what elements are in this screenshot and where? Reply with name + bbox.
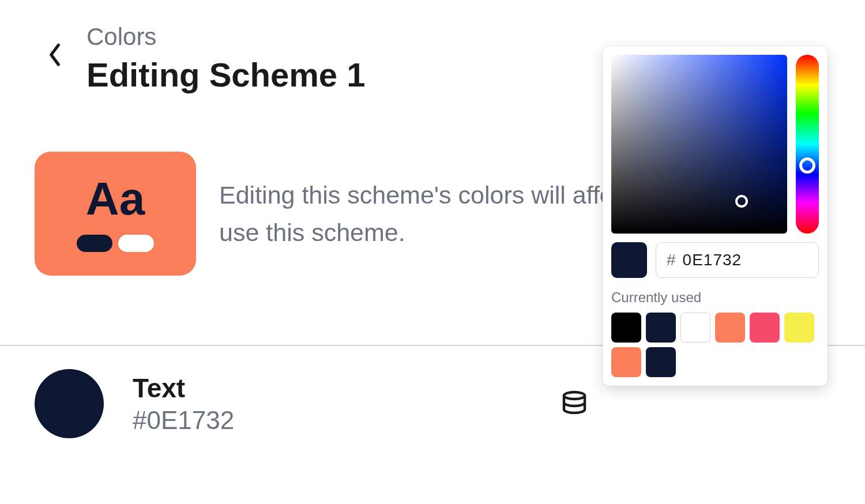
swatches-grid xyxy=(611,313,819,377)
scheme-preview-sample-text: Aa xyxy=(86,176,145,222)
hex-prefix: # xyxy=(667,251,676,269)
color-name: Text xyxy=(133,373,234,404)
swatch-1[interactable] xyxy=(646,313,676,343)
swatch-0[interactable] xyxy=(611,313,641,343)
chevron-left-icon xyxy=(47,43,62,67)
hue-slider[interactable] xyxy=(796,55,819,234)
color-hex-value: #0E1732 xyxy=(133,406,234,435)
preview-pill-white xyxy=(118,235,154,252)
breadcrumb[interactable]: Colors xyxy=(86,23,365,51)
scheme-preview-pills xyxy=(77,235,154,252)
scheme-preview-card: Aa xyxy=(35,152,196,276)
current-color-swatch xyxy=(611,242,647,278)
swatch-3[interactable] xyxy=(715,313,745,343)
page-title: Editing Scheme 1 xyxy=(86,55,365,94)
saturation-cursor[interactable] xyxy=(735,195,748,208)
back-button[interactable] xyxy=(40,40,69,69)
preview-pill-dark xyxy=(77,235,112,252)
color-picker-popup: # 0E1732 Currently used xyxy=(603,46,828,386)
color-swatch[interactable] xyxy=(35,369,104,438)
saturation-brightness-area[interactable] xyxy=(611,55,787,234)
hex-input-value[interactable]: 0E1732 xyxy=(683,251,742,269)
header-text: Colors Editing Scheme 1 xyxy=(86,23,365,94)
swatch-4[interactable] xyxy=(750,313,780,343)
svg-point-0 xyxy=(564,392,585,399)
currently-used-label: Currently used xyxy=(611,289,819,306)
picker-current-row: # 0E1732 xyxy=(611,242,819,278)
swatch-5[interactable] xyxy=(784,313,814,343)
swatch-2[interactable] xyxy=(680,313,710,343)
color-info: Text #0E1732 xyxy=(133,373,234,435)
swatch-6[interactable] xyxy=(611,347,641,377)
picker-top-row xyxy=(611,55,819,234)
hex-input[interactable]: # 0E1732 xyxy=(656,242,819,278)
hue-cursor[interactable] xyxy=(799,157,815,174)
swatch-7[interactable] xyxy=(646,347,676,377)
database-icon[interactable] xyxy=(561,390,588,418)
